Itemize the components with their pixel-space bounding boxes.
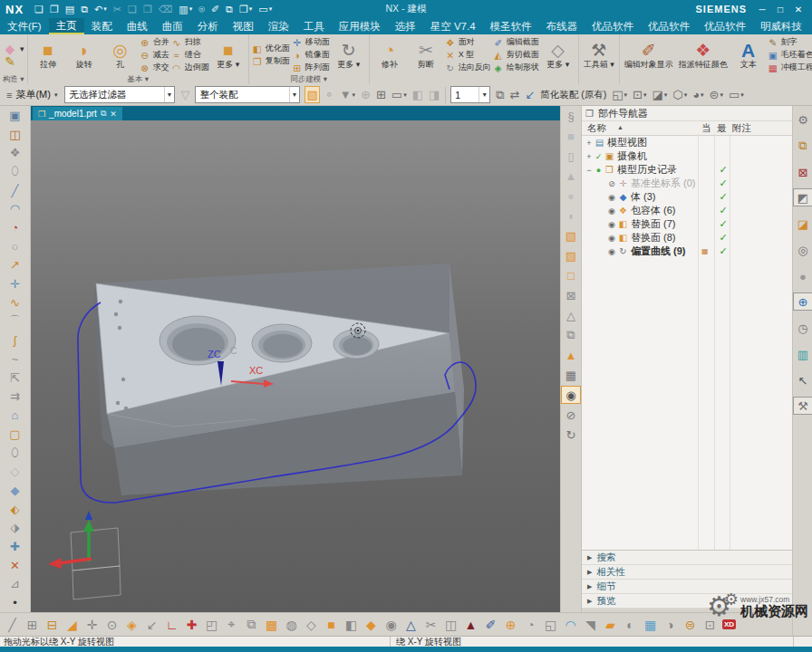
expand-toggle[interactable]: + <box>585 139 594 148</box>
row-history[interactable]: −●❒模型历史记录✓ <box>581 163 793 177</box>
tab-xingkong[interactable]: 星空 V7.4 <box>423 18 483 34</box>
window-icon[interactable]: ❐▾ <box>239 4 252 15</box>
target-icon[interactable]: ⊙ <box>104 618 120 632</box>
half-moon2-icon[interactable]: ◑ <box>662 618 678 632</box>
hide-icon[interactable]: ⊘ <box>561 405 581 425</box>
copy-window-icon[interactable]: ⧉ <box>244 617 259 632</box>
last-window-icon[interactable]: ⊡ <box>702 618 718 632</box>
orange-square-icon[interactable]: ■ <box>324 618 339 632</box>
tab-home[interactable]: 主页 <box>49 18 84 34</box>
mic-icon[interactable]: ⌾ <box>198 4 205 15</box>
cone-datum-icon[interactable]: ▲ <box>561 345 581 365</box>
column-current[interactable]: 当 <box>701 122 711 135</box>
split-box-icon[interactable]: ◫ <box>443 618 459 632</box>
edit-object-display-button[interactable]: ✐编辑对象显示 <box>623 35 675 74</box>
view-corner-icon[interactable]: ◰ <box>204 618 219 632</box>
rounded-rect-icon[interactable]: ▢ <box>5 425 25 444</box>
prism-icon[interactable]: △ <box>403 618 419 632</box>
close-curve-icon[interactable]: ✕ <box>5 556 25 575</box>
circle-icon[interactable]: ◔ <box>5 218 25 237</box>
corner-icon[interactable]: ⇱ <box>5 369 25 388</box>
tube-icon[interactable]: ◖ <box>561 206 581 225</box>
sketch-dim-icon[interactable]: ⊟ <box>44 618 60 632</box>
x-form-button[interactable]: ✕X 型 <box>445 49 491 62</box>
touch-mode-icon[interactable]: ⧉ <box>226 4 233 15</box>
graphics-viewport[interactable]: ZC C XC <box>30 120 560 612</box>
ghost-select-icon[interactable]: ⚬ <box>324 87 335 102</box>
clock-icon[interactable]: ◷ <box>793 318 812 338</box>
fit-view-icon[interactable]: ⊡▾ <box>632 87 647 102</box>
tab-mosheng[interactable]: 模圣软件 <box>483 18 539 34</box>
corner-box-icon[interactable]: ◱ <box>543 618 558 632</box>
filter-funnel-icon[interactable]: ▽ <box>179 87 190 102</box>
plus-icon[interactable]: ✛ <box>5 274 25 293</box>
expand-toggle[interactable]: + <box>585 152 594 161</box>
row-offset-curve[interactable]: ◉↻偏置曲线 (9)▦✓ <box>581 244 793 258</box>
edit-section-button[interactable]: ✐编辑截面 <box>493 36 539 49</box>
selection-filter-combo[interactable]: 无选择过滤器 ▼ <box>64 86 175 103</box>
row-model-views[interactable]: +▤模型视图 <box>581 136 793 149</box>
regenerate-icon[interactable]: ↻ <box>561 425 581 445</box>
close-tab-icon[interactable]: ✕ <box>110 110 117 119</box>
tools-box-icon[interactable]: ⚒ <box>793 397 812 415</box>
visibility-eye-icon[interactable]: ◉ <box>606 220 617 229</box>
tab-youpin-2[interactable]: 优品软件 <box>641 18 697 34</box>
section-预览[interactable]: ▶预览 <box>581 594 793 609</box>
face-analysis-icon[interactable]: ◪ <box>793 214 812 234</box>
filter-doc-icon[interactable]: ▼▾ <box>339 87 356 102</box>
section-相关性[interactable]: ▶相关性 <box>581 565 793 580</box>
tab-select[interactable]: 选择 <box>388 18 423 34</box>
edge-blend-button[interactable]: ◠边倒圆 <box>171 62 209 74</box>
arc-icon[interactable]: ◠ <box>5 200 25 219</box>
double-arrow-icon[interactable]: ⇉ <box>5 388 25 407</box>
minimize-button[interactable]: ─ <box>756 5 768 14</box>
cylinder-tool-icon[interactable]: ⬯ <box>5 162 25 181</box>
sketch-curve-button[interactable]: ✎ <box>3 55 24 68</box>
triangle-icon[interactable]: ⊿ <box>5 575 25 594</box>
empty-view-icon[interactable]: ▭▾ <box>728 87 745 102</box>
visibility-eye-icon[interactable]: ◉ <box>606 193 617 202</box>
render-style-icon[interactable]: ◕▾ <box>691 87 704 102</box>
visibility-eye-icon[interactable]: ⊘ <box>606 179 617 188</box>
point-plus-icon[interactable]: ✛ <box>84 618 100 632</box>
tri-corner-icon[interactable]: ◥ <box>583 618 598 632</box>
curve-icon[interactable]: ⌒ <box>5 312 25 331</box>
shaded-view-icon[interactable]: ⬡▾ <box>672 87 688 102</box>
line-tool-icon[interactable]: ╱ <box>5 618 20 632</box>
clipboard-icon[interactable]: ▥▾ <box>179 4 192 15</box>
open-file-icon[interactable]: ❐ <box>50 4 59 15</box>
intersect-button[interactable]: ⊗求交 <box>140 62 169 74</box>
expand-toggle[interactable]: − <box>585 166 594 175</box>
ellipse2-icon[interactable]: ⬯ <box>5 444 25 463</box>
open-box-icon[interactable]: □ <box>561 265 581 285</box>
ellipse-icon[interactable]: ○ <box>5 237 25 256</box>
visibility-eye-icon[interactable]: ◉ <box>606 234 617 243</box>
block-x-icon[interactable]: ⊠ <box>561 285 581 305</box>
mirror-tri-icon[interactable]: ▲ <box>463 618 478 632</box>
mesh-icon[interactable]: ▦ <box>643 618 658 632</box>
row-datum-csys[interactable]: ⊘✛基准坐标系 (0)✓ <box>581 177 793 190</box>
xd-badge-icon[interactable]: XD <box>722 619 736 629</box>
assembly-icon[interactable]: ⧉ <box>793 136 812 156</box>
optimize-face-button[interactable]: ◧优化面 <box>252 43 290 55</box>
new-file-icon[interactable]: ❏ <box>34 4 44 15</box>
layer-combo[interactable]: 1 ▼ <box>450 86 490 103</box>
sew-button[interactable]: ≈缝合 <box>171 49 209 62</box>
half-face-icon[interactable]: ◧ <box>343 618 359 632</box>
tab-surface[interactable]: 曲面 <box>155 18 190 34</box>
half-moon-icon[interactable]: ◐ <box>623 618 638 632</box>
trim-button[interactable]: ✂剪断 <box>409 35 443 74</box>
close-button[interactable]: ✕ <box>792 5 805 14</box>
spectrum-icon[interactable]: ▥ <box>793 344 812 364</box>
gem-icon[interactable]: ◈ <box>124 618 140 632</box>
bar-icon[interactable]: ▰ <box>603 618 618 632</box>
tab-application[interactable]: 应用模块 <box>332 18 388 34</box>
more-detail-button[interactable]: ◇更多 ▾ <box>541 35 575 74</box>
display-part-icon[interactable]: ▣ <box>5 106 25 125</box>
pattern-face-button[interactable]: ⊞阵列面 <box>292 62 330 74</box>
block-tri-icon[interactable]: △ <box>561 305 581 325</box>
orange-block2-icon[interactable]: ▨ <box>561 245 581 265</box>
line-icon[interactable]: ╱ <box>5 181 25 200</box>
sketch-grid-icon[interactable]: ⊞ <box>24 618 40 632</box>
quarter-icon[interactable]: ◔ <box>523 618 538 632</box>
